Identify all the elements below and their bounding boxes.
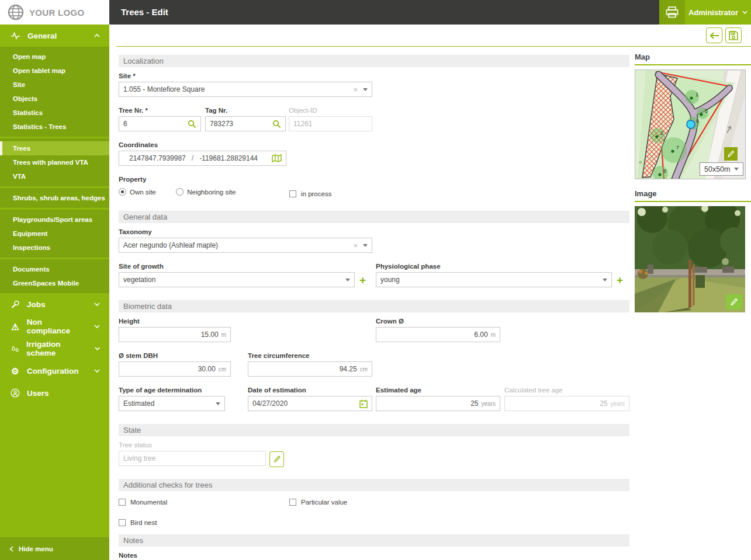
checks-row-1: Monumental Particular value <box>119 496 629 509</box>
tag-nr-input[interactable]: 783273 <box>205 116 286 131</box>
sidebar-item-trees-planned-vta[interactable]: Trees with planned VTA <box>0 155 109 169</box>
age-type-select[interactable]: Estimated <box>119 396 225 411</box>
phys-phase-label: Physiological phase <box>376 263 612 270</box>
circumference-input[interactable]: 94.25 cm <box>248 361 372 377</box>
chevron-down-icon[interactable] <box>216 402 220 405</box>
user-menu[interactable]: Administrator <box>685 0 751 25</box>
circumference-label: Tree circumference <box>248 352 372 359</box>
sidebar-section-label: Jobs <box>27 300 46 309</box>
image-panel-title: Image <box>635 189 751 202</box>
tree-status-input: Living tree <box>119 451 266 466</box>
save-button[interactable] <box>725 27 742 43</box>
sidebar-item-vta[interactable]: VTA <box>0 169 109 183</box>
neighboring-site-radio[interactable] <box>176 188 184 196</box>
chevron-down-icon <box>94 325 100 328</box>
pencil-icon <box>727 150 735 158</box>
sidebar-item-shrubs[interactable]: Shrubs, shrub areas, hedges <box>0 191 109 205</box>
property-label: Property <box>119 176 236 183</box>
sidebar-section-label: Users <box>27 389 49 398</box>
in-process-checkbox[interactable] <box>289 190 296 197</box>
sidebar-section-jobs[interactable]: Jobs <box>0 293 109 315</box>
sidebar-item-playgrounds[interactable]: Playgrounds/Sport areas <box>0 213 109 227</box>
chevron-down-icon[interactable] <box>345 279 350 281</box>
sidebar-item-equipment[interactable]: Equipment <box>0 227 109 241</box>
site-of-growth-select[interactable]: vegetation <box>119 272 355 287</box>
clear-icon[interactable]: × <box>353 85 358 94</box>
sidebar-item-documents[interactable]: Documents <box>0 262 109 276</box>
taxonomy-label: Taxonomy <box>119 228 372 235</box>
user-icon <box>11 388 20 398</box>
edit-form-page: Localization Site * 1.055 - Montefiore S… <box>109 47 751 560</box>
tree-nr-input[interactable]: 6 <box>119 116 201 131</box>
sidebar-item-objects[interactable]: Objects <box>0 92 109 106</box>
hide-menu-button[interactable]: Hide menu <box>0 537 109 560</box>
sidebar-item-statistics-trees[interactable]: Statistics - Trees <box>0 120 109 134</box>
bird-nest-checkbox[interactable] <box>119 519 126 526</box>
back-button[interactable] <box>706 27 722 43</box>
print-button[interactable] <box>659 0 685 25</box>
map-icon[interactable] <box>272 154 282 162</box>
circumference-value: 94.25 <box>252 365 360 373</box>
coordinate-separator: / <box>192 154 193 162</box>
sidebar-item-trees[interactable]: Trees <box>0 141 109 155</box>
add-site-of-growth-button[interactable]: + <box>359 274 366 286</box>
search-icon[interactable] <box>188 120 196 128</box>
height-unit: m <box>222 332 226 338</box>
selected-tree-marker[interactable] <box>687 120 695 128</box>
sidebar-section-non-compliance[interactable]: ⚠ Non compliance <box>0 315 109 338</box>
map-tree-label: 5 <box>705 108 708 114</box>
sidebar-item-inspections[interactable]: Inspections <box>0 241 109 255</box>
dbh-unit: cm <box>219 366 226 373</box>
taxonomy-select[interactable]: Acer negundo (Ashleaf maple) × <box>119 238 372 253</box>
map-edit-button[interactable] <box>724 147 738 161</box>
crown-label: Crown Ø <box>376 318 500 325</box>
side-panel: Map <box>635 53 751 560</box>
est-age-input[interactable]: 25 years <box>376 396 500 411</box>
map-panel-title: Map <box>635 53 751 65</box>
chevron-down-icon[interactable] <box>363 88 368 91</box>
image-edit-button[interactable] <box>726 294 742 309</box>
sidebar-item-greenspaces-mobile[interactable]: GreenSpaces Mobile <box>0 276 109 290</box>
bird-nest-label: Bird nest <box>130 519 157 526</box>
edit-tree-status-button[interactable] <box>269 451 284 467</box>
height-input[interactable]: 15.00 m <box>119 327 231 342</box>
sidebar-section-irrigation[interactable]: Irrigation scheme <box>0 338 109 360</box>
map-scale-select[interactable]: 50x50m <box>700 162 743 176</box>
map-preview[interactable]: 1 5 6 2 7 8 <box>635 69 746 179</box>
search-icon[interactable] <box>272 120 281 128</box>
sidebar-item-site[interactable]: Site <box>0 78 109 92</box>
phys-phase-select[interactable]: young <box>376 272 612 287</box>
sidebar-item-statistics[interactable]: Statistics <box>0 106 109 120</box>
particular-value-checkbox[interactable] <box>289 499 296 506</box>
sidebar-item-open-tablet-map[interactable]: Open tablet map <box>0 64 109 78</box>
calc-age-unit: years <box>611 401 625 407</box>
sidebar-section-general[interactable]: General <box>0 25 109 47</box>
warning-icon: ⚠ <box>11 322 20 331</box>
sidebar-section-users[interactable]: Users <box>0 382 109 404</box>
sidebar-item-open-map[interactable]: Open map <box>0 50 109 64</box>
sidebar-section-label: Irrigation scheme <box>26 340 88 357</box>
app-window: YOUR LOGO General Open map Open tablet m… <box>0 0 751 560</box>
dbh-input[interactable]: 30.00 cm <box>119 361 231 377</box>
coordinates-input[interactable]: 2147847.7939987 / -119681.28829144 <box>119 151 286 166</box>
chevron-down-icon <box>94 369 100 373</box>
calendar-icon[interactable] <box>359 399 368 408</box>
notes-field: Notes <box>119 552 629 560</box>
submenu-group-trees: Trees Trees with planned VTA VTA <box>0 138 109 186</box>
site-of-growth-value: vegetation <box>123 276 345 284</box>
monumental-checkbox[interactable] <box>119 499 126 506</box>
tag-nr-value: 783273 <box>210 120 272 128</box>
submenu-group-documents: Documents GreenSpaces Mobile <box>0 259 109 293</box>
est-date-input[interactable]: 04/27/2020 <box>248 396 372 411</box>
chevron-down-icon[interactable] <box>603 279 607 281</box>
add-phys-phase-button[interactable]: + <box>617 274 623 286</box>
own-site-radio[interactable] <box>119 188 126 196</box>
map-tree-label: 2 <box>660 130 663 136</box>
checks-row-2: Bird nest <box>119 517 629 528</box>
site-select[interactable]: 1.055 - Montefiore Square × <box>119 82 372 97</box>
chevron-down-icon[interactable] <box>363 244 368 247</box>
clear-icon[interactable]: × <box>353 241 358 250</box>
crown-input[interactable]: 6.00 m <box>376 327 500 342</box>
water-drops-icon <box>11 345 19 353</box>
sidebar-section-configuration[interactable]: ⚙ Configuration <box>0 360 109 382</box>
